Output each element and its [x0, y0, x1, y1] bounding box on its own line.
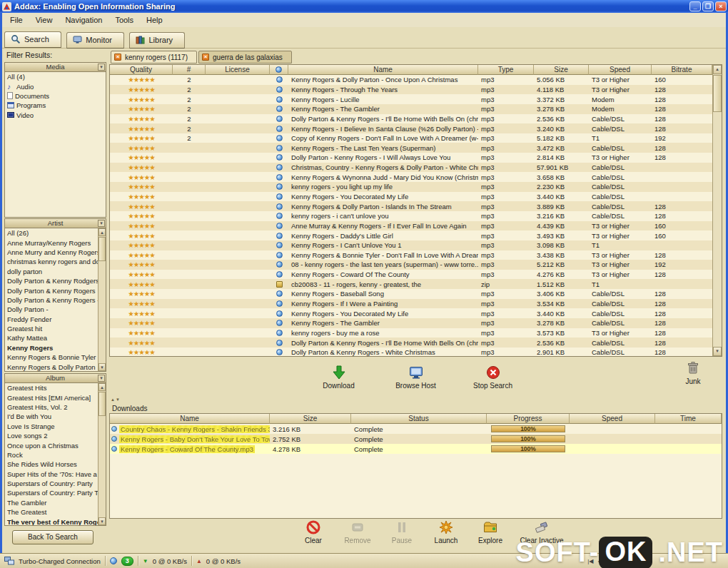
- result-row[interactable]: ★★★★★ Kenny Rogers - Baseball Song mp3 3…: [110, 289, 712, 299]
- result-row[interactable]: ★★★★★ Kenny Rogers - Daddy's Little Girl…: [110, 230, 712, 240]
- album-list-item[interactable]: Rock: [5, 450, 98, 460]
- column-header-speed[interactable]: Speed: [589, 65, 652, 75]
- stop-search-button[interactable]: Stop Search: [467, 365, 519, 390]
- back-to-search-button[interactable]: Back To Search: [12, 530, 93, 544]
- column-header-bitrate[interactable]: Bitrate: [652, 65, 712, 75]
- download-button[interactable]: Download: [313, 365, 365, 390]
- media-list-item[interactable]: All (4): [5, 72, 106, 81]
- result-row[interactable]: ★★★★★ 2 Kenny Rogers & Dolly Parton - On…: [110, 75, 712, 85]
- result-row[interactable]: ★★★★★ Kenny Rogers & Dolly Parton - Isla…: [110, 201, 712, 211]
- column-header-type[interactable]: Type: [478, 65, 534, 75]
- scroll-down-icon[interactable]: ▼: [98, 363, 106, 371]
- result-row[interactable]: ★★★★★ Kenny Rogers & Wynonna Judd - Mary…: [110, 172, 712, 182]
- column-header-size[interactable]: Size: [270, 414, 351, 424]
- column-header-name[interactable]: Name: [110, 414, 270, 424]
- artist-list-item[interactable]: Dolly Parton & Kenny Rodgers: [5, 276, 98, 285]
- result-row[interactable]: ★★★★★ 2 Kenny Rogers - Lucille mp3 3.372…: [110, 94, 712, 104]
- album-list-item[interactable]: Once upon a Christmas: [5, 440, 98, 450]
- download-row[interactable]: Country Chaos - Kenny Rogers - Shakin Fr…: [110, 424, 722, 434]
- artist-panel-header[interactable]: Artist ▾: [5, 219, 106, 228]
- artist-list-item[interactable]: Dolly Parton -: [5, 305, 98, 314]
- album-list-item[interactable]: Superstars of Country: Party: [5, 479, 98, 488]
- artist-scrollbar[interactable]: ▲ ▼: [98, 228, 106, 371]
- scroll-up-icon[interactable]: ▲: [713, 65, 722, 74]
- album-list-item[interactable]: Greatest Hits, Vol. 2: [5, 402, 98, 412]
- menu-item[interactable]: File: [4, 14, 29, 26]
- scroll-thumb[interactable]: [713, 75, 722, 112]
- artist-list-item[interactable]: Kathy Mattea: [5, 333, 98, 343]
- explore-button[interactable]: Explore: [470, 519, 510, 544]
- result-row[interactable]: ★★★★★ 2 Copy of Kenny Rogers - Don't Fal…: [110, 133, 712, 143]
- junk-button[interactable]: Junk: [674, 360, 712, 385]
- media-list-item[interactable]: Documents: [5, 91, 106, 101]
- album-panel-header[interactable]: Album ▾: [5, 374, 106, 383]
- column-header-speed[interactable]: Speed: [570, 414, 655, 424]
- artist-list-item[interactable]: Kenny Rogers & Dolly Parton: [5, 362, 98, 371]
- clear-button[interactable]: Clear: [293, 519, 333, 544]
- tab-search[interactable]: Search: [4, 31, 61, 48]
- media-panel-header[interactable]: Media ▾: [5, 63, 106, 72]
- artist-list-item[interactable]: Greatest hit: [5, 324, 98, 333]
- artist-list-item[interactable]: dolly parton: [5, 267, 98, 276]
- pause-button[interactable]: Pause: [382, 519, 422, 544]
- result-row[interactable]: ★★★★★ cb20083 - 11 - rogers, kenny - gre…: [110, 279, 712, 289]
- search-tab-kenny-rogers[interactable]: × kenny rogers (1117): [111, 51, 197, 64]
- result-row[interactable]: ★★★★★ Christmas, Country - Kenny Rogers …: [110, 163, 712, 173]
- album-list-item[interactable]: Superstars of Country: Party Tin: [5, 488, 98, 497]
- close-tab-icon[interactable]: ×: [114, 54, 121, 61]
- result-row[interactable]: ★★★★★ Kenny Rogers - I Can't Unlove You …: [110, 240, 712, 250]
- browse-host-button[interactable]: Browse Host: [390, 365, 442, 390]
- column-header-host[interactable]: [270, 65, 288, 75]
- result-row[interactable]: ★★★★★ 2 Kenny Rogers - Through The Years…: [110, 85, 712, 95]
- remove-button[interactable]: Remove: [338, 519, 378, 544]
- menu-item[interactable]: View: [29, 14, 59, 26]
- album-list-item[interactable]: Greatest Hits: [5, 383, 98, 392]
- album-list-item[interactable]: Greatest Hits [EMI America]: [5, 392, 98, 402]
- artist-panel-collapse-icon[interactable]: ▾: [98, 220, 105, 227]
- scroll-down-icon[interactable]: ▼: [98, 517, 106, 525]
- result-row[interactable]: ★★★★★ Dolly Parton & Kenny Rogers - I'll…: [110, 338, 712, 348]
- column-header-size[interactable]: Size: [534, 65, 589, 75]
- album-list-item[interactable]: Super Hits of the '70s: Have a N: [5, 470, 98, 479]
- artist-list-item[interactable]: Dolly Parton & Kenny Rogers: [5, 285, 98, 295]
- results-scrollbar[interactable]: ▲ ▼: [712, 65, 722, 356]
- result-row[interactable]: ★★★★★ Kenny Rogers - The Gambler mp3 3.2…: [110, 318, 712, 328]
- result-row[interactable]: ★★★★★ Dolly Parton & Kenny Rogers - Whit…: [110, 348, 712, 356]
- search-tab-guerra[interactable]: × guerra de las galaxias: [198, 51, 292, 64]
- media-list-item[interactable]: Audio: [5, 81, 106, 91]
- album-list-item[interactable]: Love songs 2: [5, 431, 98, 440]
- column-header-time[interactable]: Time: [655, 414, 722, 424]
- close-tab-icon[interactable]: ×: [202, 54, 209, 61]
- result-row[interactable]: ★★★★★ Anne Murray & Kenny Rogers - If I …: [110, 221, 712, 231]
- result-row[interactable]: ★★★★★ 08 - kenny rogers - the last ten y…: [110, 260, 712, 270]
- artist-list-item[interactable]: Anne Murry and Kenny Rogers: [5, 248, 98, 257]
- result-row[interactable]: ★★★★★ kenny rogers - you light up my lif…: [110, 182, 712, 192]
- album-list-item[interactable]: The Greatest: [5, 507, 98, 517]
- column-header-number[interactable]: #: [173, 65, 206, 75]
- result-row[interactable]: ★★★★★ Kenny Rogers - You Decorated My Li…: [110, 192, 712, 202]
- result-row[interactable]: ★★★★★ Kenny Rogers - The Last Ten Years …: [110, 143, 712, 153]
- album-list-item[interactable]: The very best of Kenny Roge: [5, 517, 98, 525]
- scroll-up-icon[interactable]: ▲: [98, 383, 106, 391]
- result-row[interactable]: ★★★★★ 2 Dolly Parton & Kenny Rogers - I'…: [110, 114, 712, 124]
- artist-list-item[interactable]: christmas kenny rogers and dol: [5, 257, 98, 266]
- result-row[interactable]: ★★★★★ kenny rogers - i can't unlove you …: [110, 211, 712, 221]
- artist-list-item[interactable]: Dolly Parton & Kenny Rogers - Is: [5, 295, 98, 305]
- album-list-item[interactable]: Love Is Strange: [5, 422, 98, 431]
- result-row[interactable]: ★★★★★ 2 Kenny Rogers - I Believe In Sant…: [110, 123, 712, 133]
- artist-list-item[interactable]: Kenny Rogers & Bonnie Tyler: [5, 353, 98, 362]
- album-list-item[interactable]: I'd Be with You: [5, 412, 98, 421]
- artist-list-item[interactable]: Freddy Fender: [5, 315, 98, 324]
- column-header-license[interactable]: License: [206, 65, 270, 75]
- column-header-status[interactable]: Status: [351, 414, 487, 424]
- result-row[interactable]: ★★★★★ kenny rogers - buy me a rose mp3 3…: [110, 328, 712, 338]
- artist-list-item[interactable]: All (26): [5, 228, 98, 238]
- column-header-quality[interactable]: Quality: [110, 65, 173, 75]
- pane-splitter[interactable]: ▲▼: [111, 397, 121, 404]
- scroll-down-icon[interactable]: ▼: [713, 347, 722, 356]
- download-row[interactable]: Kenny Rogers - Baby Don't Take Your Love…: [110, 434, 722, 444]
- column-header-progress[interactable]: Progress: [487, 414, 570, 424]
- result-row[interactable]: ★★★★★ Kenny Rogers - If I Were a Paintin…: [110, 299, 712, 309]
- download-row[interactable]: Kenny Rogers - Coward Of The County.mp3 …: [110, 444, 722, 454]
- result-row[interactable]: ★★★★★ Kenny Rogers - Coward Of The Count…: [110, 270, 712, 280]
